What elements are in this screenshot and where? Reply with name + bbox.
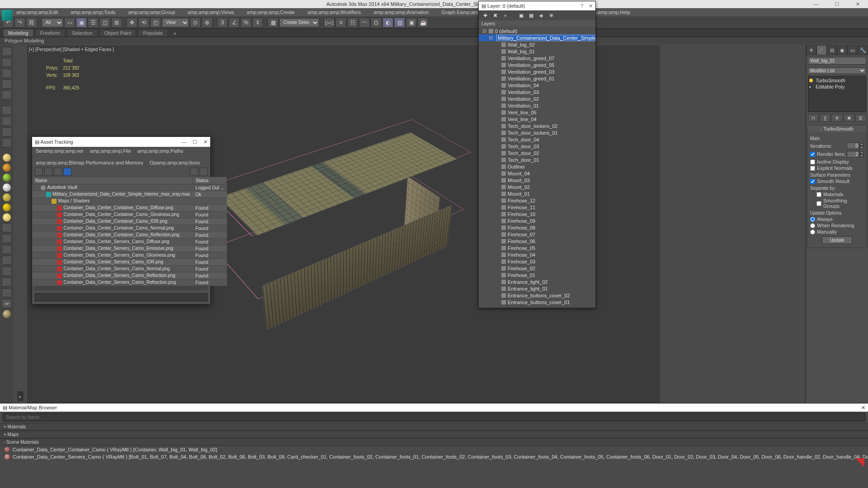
delete-layer-icon[interactable]: ✖	[491, 12, 499, 19]
layer-row[interactable]: Tech_door_02	[479, 150, 595, 156]
menu-item[interactable]: amp;amp;amp;Group	[128, 9, 175, 15]
viewcube-button[interactable]	[2, 47, 12, 56]
ribbon-tab[interactable]: Selection	[67, 29, 97, 37]
freeze-icon[interactable]: ❄	[547, 12, 555, 19]
layer-row[interactable]: Mount_04	[479, 170, 595, 177]
layer-row[interactable]: Firehose_01	[479, 272, 595, 278]
update-button[interactable]: Update	[822, 236, 852, 244]
asset-row[interactable]: Container_Data_Center_Servers_Camo_Refle…	[33, 272, 227, 279]
layer-row[interactable]: Firehose_11	[479, 204, 595, 211]
layer-row[interactable]: Firehose_04	[479, 251, 595, 258]
iterations-spinner[interactable]	[847, 142, 859, 149]
asset-row[interactable]: Maps / Shaders	[33, 198, 227, 205]
layer-row[interactable]: Entrance_buttons_cover_01	[479, 299, 595, 305]
tool-btn-4[interactable]	[2, 80, 12, 89]
asset-menu-item[interactable]: amp;amp;amp;Bitmap Performance and Memor…	[36, 160, 143, 165]
asset-row[interactable]: Container_Data_Center_Servers_Camo_Diffu…	[33, 239, 227, 245]
selection-filter[interactable]: All	[42, 18, 63, 27]
asset-menu-item[interactable]: Opamp;amp;amp;tions	[150, 160, 200, 165]
close-icon[interactable]: ✕	[847, 0, 868, 8]
menu-item[interactable]: amp;amp;amp;Views	[188, 9, 234, 15]
percent-snap-button[interactable]: %	[241, 18, 251, 28]
asset-row[interactable]: Container_Data_Center_Container_Camo_Ref…	[33, 232, 227, 239]
tool-btn-9[interactable]	[2, 138, 12, 147]
smooth-result-check[interactable]	[810, 179, 815, 184]
render-iters-spinner[interactable]	[847, 151, 859, 158]
view-tree-icon[interactable]	[54, 168, 62, 176]
tool-r1[interactable]	[190, 168, 198, 176]
tool-btn-e[interactable]	[2, 267, 12, 276]
col-status[interactable]: Status	[193, 177, 226, 184]
asset-row[interactable]: Container_Data_Center_Servers_Camo_Refra…	[33, 279, 227, 286]
select-region-button[interactable]: ◫	[99, 18, 110, 28]
layer-row[interactable]: Entrance_light_02	[479, 278, 595, 285]
new-layer-icon[interactable]: ✚	[481, 12, 489, 19]
close-icon[interactable]: ✕	[861, 405, 865, 411]
show-result-button[interactable]: ||	[820, 114, 830, 122]
asset-row[interactable]: Container_Data_Center_Container_Camo_Nor…	[33, 225, 227, 232]
material-orb-1[interactable]	[3, 154, 11, 162]
tool-btn-5[interactable]	[2, 90, 12, 99]
select-name-button[interactable]: ☰	[88, 18, 99, 28]
render-iters-check[interactable]	[810, 152, 815, 157]
layer-row[interactable]: Firehose_05	[479, 244, 595, 251]
layer-row[interactable]: Firehose_02	[479, 265, 595, 272]
material-orb-5[interactable]	[3, 193, 11, 202]
layer-row[interactable]: Ventilation_01	[479, 102, 595, 109]
window-crossing-button[interactable]: ⊞	[111, 18, 122, 28]
utilities-tab[interactable]: 🔧	[858, 45, 868, 55]
sect-scene[interactable]: - Scene Materials	[0, 438, 868, 446]
steering-button[interactable]	[2, 58, 12, 67]
asset-row[interactable]: Autodesk VaultLogged Out ...	[33, 184, 227, 191]
explicit-check[interactable]	[810, 166, 815, 171]
tool-btn-3[interactable]	[2, 69, 12, 78]
layer-row[interactable]: Ventilation_greed_05	[479, 61, 595, 68]
layer-row[interactable]: Entrance_buttons_cover_02	[479, 292, 595, 299]
tool-btn-d[interactable]	[2, 256, 12, 265]
asset-row[interactable]: Container_Data_Center_Container_Camo_IOR…	[33, 218, 227, 225]
asset-row[interactable]: Container_Data_Center_Servers_Camo_Norma…	[33, 266, 227, 272]
isoline-check[interactable]	[810, 160, 815, 164]
asset-row[interactable]: Container_Data_Center_Servers_Camo_Glosi…	[33, 252, 227, 259]
col-name[interactable]: Name	[33, 177, 193, 184]
update-always-radio[interactable]	[810, 217, 815, 222]
expand-icon[interactable]: ⊟	[482, 28, 487, 34]
asset-row[interactable]: Container_Data_Center_Servers_Camo_Emiss…	[33, 245, 227, 252]
align-button[interactable]: ≡	[335, 18, 346, 28]
modifier-list[interactable]: Modifier List	[808, 67, 866, 74]
highlight-icon[interactable]: ▦	[528, 12, 535, 19]
angle-snap-button[interactable]: ∠	[229, 18, 240, 28]
maximize-icon[interactable]: ☐	[826, 0, 847, 8]
layer-row[interactable]: Mount_01	[479, 190, 595, 197]
layer-row[interactable]: Vent_line_04	[479, 116, 595, 122]
render-button[interactable]: ☕	[418, 18, 429, 28]
modify-tab[interactable]: ☄	[816, 45, 827, 55]
asset-menu-item[interactable]: amp;amp;amp;Paths	[137, 148, 184, 154]
layer-row[interactable]: Vent_line_05	[479, 109, 595, 116]
layer-row[interactable]: Entrance_light_01	[479, 285, 595, 292]
update-render-radio[interactable]	[810, 223, 815, 228]
configure-button[interactable]: ☰	[855, 114, 866, 122]
rollout-header[interactable]: - TurboSmooth	[807, 125, 867, 132]
remove-mod-button[interactable]: ✖	[844, 114, 854, 122]
ribbon-dropdown-icon[interactable]: ▾	[174, 31, 176, 37]
pivot-button[interactable]: ⊙	[190, 18, 201, 28]
material-orb-8[interactable]	[3, 310, 11, 318]
pin-stack-button[interactable]: ⊓	[808, 114, 819, 122]
asset-row[interactable]: Container_Data_Center_Container_Camo_Dif…	[33, 205, 227, 211]
named-sel-button[interactable]: ▦	[268, 18, 278, 28]
spinner-snap-button[interactable]: ⇕	[252, 18, 263, 28]
asset-table[interactable]: NameStatus Autodesk VaultLogged Out ...M…	[32, 177, 227, 286]
flyout-arrow-icon[interactable]: ▸	[17, 391, 24, 401]
bulb-icon[interactable]	[809, 79, 813, 82]
curve-editor-button[interactable]: 〰	[359, 18, 370, 28]
view-list-icon[interactable]	[44, 168, 52, 176]
tool-btn-f[interactable]	[2, 277, 12, 286]
move-button[interactable]: ✥	[127, 18, 137, 28]
material-orb-6[interactable]	[3, 203, 11, 211]
snap-button[interactable]: 3	[217, 18, 228, 28]
layer-row[interactable]: Firehose_06	[479, 238, 595, 244]
tool-btn-a[interactable]	[2, 223, 12, 232]
create-tab[interactable]: ✳	[806, 45, 816, 55]
asset-path-field[interactable]	[35, 293, 208, 301]
